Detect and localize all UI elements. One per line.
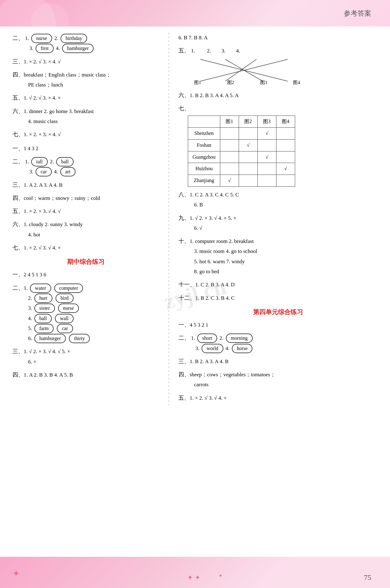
- section-2-line1: 二、 1. nurse 2. birthday: [12, 33, 159, 43]
- city-shenzhen: Shenzhen: [188, 127, 220, 139]
- city-guangzhou: Guangzhou: [188, 151, 220, 163]
- col-fig2: 图2: [239, 116, 257, 128]
- t3-section-1: 一、1 4 3 2: [12, 143, 159, 154]
- city-huizhou: Huizhou: [188, 163, 220, 175]
- section-7: 七、1. × 2. × 3. × 4. √: [12, 129, 159, 140]
- title-unit4: 第四单元综合练习: [178, 306, 378, 318]
- oval-tall: tall: [31, 157, 47, 166]
- oval-world: world: [202, 344, 223, 353]
- oval-sister: sister: [34, 304, 55, 313]
- oval-computer: computer: [54, 284, 83, 293]
- oval-hamburger2: hamburger: [34, 334, 66, 343]
- table-header-row: 图1 图2 图3 图4: [188, 116, 295, 128]
- title-midterm: 期中综合练习: [12, 256, 159, 267]
- rs-section-shi2: 十二、1. B 2. C 3. B 4. C: [178, 293, 378, 303]
- top-banner: 参考答案: [0, 0, 390, 27]
- t3-section-5: 五、1. × 2. × 3. √ 4. √: [12, 206, 159, 216]
- fig4-label: 图4: [293, 78, 300, 87]
- table-row: Huizhou √: [188, 163, 295, 175]
- column-divider: [168, 33, 169, 406]
- col-city: [188, 116, 220, 128]
- oval-hurt: hurt: [34, 294, 52, 303]
- oval-car: car: [36, 167, 52, 176]
- oval-thirty: thirty: [69, 334, 90, 343]
- t3-section-4: 四、cool；warm；snowy；rainy；cold: [12, 193, 159, 203]
- oval-first: first: [36, 44, 54, 53]
- t4-section-5: 五、1. × 2. √ 3. √ 4. ×: [178, 393, 378, 403]
- t3-section-7: 七、1. × 2. √ 3. √ 4. ×: [12, 242, 159, 253]
- right-column: 6. B 7. B 8. A 五、 1. 2. 3. 4.: [172, 33, 378, 406]
- svg-line-2: [225, 59, 256, 81]
- bottom-arrow-mid: ✦ ✦: [187, 574, 200, 582]
- header-reference-label: 参考答案: [344, 9, 371, 18]
- section-4: 四、breakfast；English class；music class； P…: [12, 69, 159, 90]
- col-fig3: 图3: [257, 116, 276, 128]
- section-3: 三、1. × 2. √ 3. × 4. √: [12, 56, 159, 67]
- content-area: 二、 1. nurse 2. birthday 3. first 4. hamb…: [0, 27, 390, 412]
- section-2-line2: 3. first 4. hamburger: [12, 43, 159, 53]
- num-4: 4.: [56, 45, 61, 51]
- rs-section-shi: 十、1. computer room 2. breakfast 3. music…: [178, 236, 378, 277]
- rs-section-ba: 八、1. C 2. A 3. C 4. C 5. C 6. B: [178, 189, 378, 210]
- zq-section-4: 四、1. A 2. B 3. B 4. A 5. B: [12, 369, 159, 380]
- rs-section-1: 6. B 7. B 8. A: [178, 33, 378, 43]
- oval-car2: car: [57, 324, 73, 333]
- t3-section-2: 二、 1. tall 2. ball 3. car 4. art: [12, 156, 159, 177]
- rs-section-wu: 五、 1. 2. 3. 4. 图1 图2 图3 图4: [178, 45, 378, 87]
- t4-section-4: 四、sheep；cows；vegetables；tomatoes； carrot…: [178, 369, 378, 390]
- table-row: Zhanjiang √: [188, 175, 295, 187]
- bottom-arrow-right: ✦: [218, 573, 222, 579]
- t3-section-6: 六、1. cloudy 2. sunny 3. windy 4. hot: [12, 219, 159, 240]
- oval-ball2: ball: [34, 314, 52, 323]
- num-1: 1.: [25, 35, 30, 41]
- rs-section-jiu: 九、1. √ 2. × 3. √ 4. × 5. × 6. √: [178, 213, 378, 234]
- rs-section-qi: 七、 图1 图2 图3 图4 Shenzhen √ F: [178, 103, 378, 187]
- bottom-arrow-left: ✦: [12, 568, 20, 579]
- oval-birthday: birthday: [61, 34, 87, 43]
- oval-short: short: [197, 334, 217, 343]
- zq-section-1: 一、2 4 5 1 3 6: [12, 269, 159, 280]
- bottom-banner: 75 ✦ ✦ ✦ ✦: [0, 557, 390, 588]
- matching-diagram: 图1 图2 图3 图4: [194, 56, 300, 87]
- col-fig1: 图1: [220, 116, 239, 128]
- oval-water: water: [30, 284, 51, 293]
- oval-morning: morning: [226, 334, 253, 343]
- zq-section-3: 三、1. √ 2. × 3. √ 4. √ 5. × 6. ×: [12, 346, 159, 367]
- section-6: 六、1. dinner 2. go home 3. breakfast 4. m…: [12, 106, 159, 127]
- section-2: 二、 1. nurse 2. birthday 3. first 4. hamb…: [12, 33, 159, 54]
- table-row: Shenzhen √: [188, 127, 295, 139]
- num-3: 3.: [29, 45, 35, 51]
- city-zhanjiang: Zhanjiang: [188, 175, 220, 187]
- section-5: 五、1. √ 2. √ 3. × 4. ×: [12, 92, 159, 103]
- t4-section-2: 二、 1. short 2. morning 3. world 4. horse: [178, 333, 378, 353]
- oval-hamburger: hamburger: [62, 44, 94, 53]
- label-2: 二、: [12, 35, 24, 41]
- t4-section-1: 一、4 5 3 2 1: [178, 319, 378, 330]
- oval-ball: ball: [56, 157, 74, 166]
- answer-table-qi: 图1 图2 图3 图4 Shenzhen √ Foshan √: [188, 116, 295, 187]
- fig2-label: 图2: [227, 78, 234, 87]
- rs-section-shi1: 十一、1. C 2. B 3. A 4. D: [178, 279, 378, 290]
- oval-wall: wall: [55, 314, 74, 323]
- left-column: 二、 1. nurse 2. birthday 3. first 4. hamb…: [12, 33, 165, 406]
- matching-labels: 图1 图2 图3 图4: [194, 78, 300, 87]
- section-3-content: 三、1. × 2. √ 3. × 4. √: [12, 56, 159, 67]
- zq-section-2: 二、1. water computer 2. hurt bird 3. sist…: [12, 283, 159, 344]
- t4-section-3: 三、1. B 2. A 3. A 4. B: [178, 356, 378, 367]
- city-foshan: Foshan: [188, 139, 220, 151]
- oval-art: art: [60, 167, 76, 176]
- table-row: Guangzhou √: [188, 151, 295, 163]
- oval-bird: bird: [56, 294, 74, 303]
- rs-section-liu: 六、1. B 2. B 3. A 4. A 5. A: [178, 90, 378, 101]
- num-2: 2.: [54, 35, 60, 41]
- oval-horse: horse: [232, 344, 253, 353]
- oval-nurse: nurse: [31, 34, 52, 43]
- fig3-label: 图3: [260, 78, 267, 87]
- table-row: Foshan √: [188, 139, 295, 151]
- fig1-label: 图1: [194, 78, 201, 87]
- page-number: 75: [364, 573, 371, 582]
- col-fig4: 图4: [276, 116, 295, 128]
- t3-section-3: 三、1. A 2. A 3. A 4. B: [12, 180, 159, 190]
- oval-nurse2: nurse: [58, 304, 79, 313]
- oval-farm: farm: [34, 324, 54, 333]
